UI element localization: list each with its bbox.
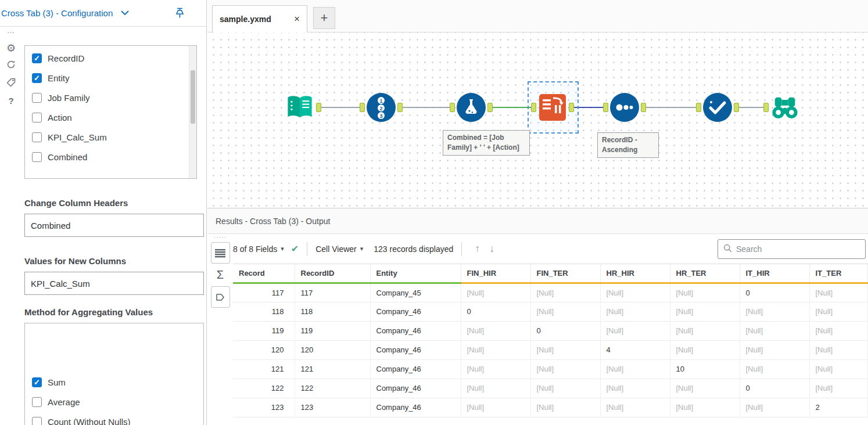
field-row[interactable]: RecordID (25, 48, 188, 68)
input-anchor[interactable] (696, 103, 701, 112)
output-anchor[interactable] (569, 103, 574, 112)
row-number-cell[interactable]: 122 (233, 379, 295, 398)
column-header[interactable]: Entity (370, 264, 461, 283)
data-cell[interactable]: 118 (295, 302, 370, 321)
chevron-down-icon[interactable]: ▾ (281, 245, 284, 253)
data-cell[interactable]: 0 (530, 321, 600, 340)
data-cell[interactable]: [Null] (461, 359, 530, 379)
data-cell[interactable]: Company_46 (370, 398, 461, 417)
data-cell[interactable]: [Null] (670, 340, 740, 359)
data-cell[interactable]: 117 (295, 283, 370, 302)
column-header[interactable]: HR_TER (670, 264, 740, 283)
fields-dropdown[interactable]: 8 of 8 Fields (233, 244, 277, 254)
checkbox[interactable] (32, 132, 42, 142)
column-header[interactable]: IT_TER (809, 264, 868, 283)
tag-icon[interactable] (6, 78, 16, 89)
checkbox[interactable] (32, 113, 42, 123)
data-cell[interactable]: 122 (295, 379, 370, 398)
column-header[interactable]: RecordID (295, 264, 370, 283)
data-cell[interactable]: [Null] (600, 398, 670, 417)
aggregation-row[interactable]: Count (Without Nulls) (25, 412, 203, 425)
field-row[interactable]: KPI_Calc_Sum (25, 127, 188, 147)
connection[interactable] (403, 107, 450, 108)
check-tool[interactable] (702, 92, 733, 123)
data-cell[interactable]: [Null] (461, 321, 530, 340)
data-cell[interactable]: [Null] (530, 283, 600, 302)
data-cell[interactable]: 123 (295, 398, 370, 417)
data-cell[interactable]: Company_46 (370, 302, 461, 321)
output-anchor[interactable] (316, 103, 321, 112)
data-cell[interactable]: [Null] (670, 379, 740, 398)
row-number-cell[interactable]: 120 (233, 340, 295, 359)
checkbox[interactable] (32, 152, 42, 162)
workflow-tab[interactable]: sample.yxmd × (212, 5, 307, 33)
values-for-new-columns-dropdown[interactable]: KPI_Calc_Sum (24, 272, 204, 295)
arrow-down-icon[interactable]: ↓ (489, 243, 494, 255)
input-anchor[interactable] (603, 103, 608, 112)
output-anchor[interactable] (734, 103, 739, 112)
scrollbar[interactable] (189, 46, 196, 178)
connection[interactable] (493, 107, 531, 108)
data-cell[interactable]: [Null] (461, 379, 530, 398)
data-cell[interactable]: [Null] (530, 379, 600, 398)
output-anchor[interactable] (487, 103, 493, 112)
data-cell[interactable]: [Null] (809, 302, 868, 321)
field-row[interactable]: Job Family (25, 88, 188, 107)
data-cell[interactable]: [Null] (461, 340, 530, 359)
column-header[interactable]: HR_HIR (600, 264, 670, 283)
data-cell[interactable]: 0 (461, 302, 530, 321)
data-cell[interactable]: 10 (670, 359, 740, 379)
pin-icon[interactable] (175, 8, 184, 19)
data-cell[interactable]: [Null] (600, 379, 670, 398)
data-cell[interactable]: [Null] (809, 283, 868, 302)
cell-viewer-toggle-button[interactable] (211, 286, 230, 308)
formula-annotation[interactable]: Combined = [Job Family] + ' ' + [Action] (443, 130, 530, 156)
field-row[interactable]: Action (25, 107, 188, 127)
metadata-toggle-icon[interactable]: Σ (217, 268, 224, 284)
checkbox[interactable] (32, 53, 42, 63)
data-cell[interactable]: 0 (740, 283, 809, 302)
data-cell[interactable]: 120 (295, 340, 370, 359)
scrollbar-thumb[interactable] (191, 70, 195, 124)
sort-annotation[interactable]: RecordID - Ascending (597, 132, 659, 158)
data-cell[interactable]: Company_46 (370, 321, 461, 340)
data-cell[interactable]: [Null] (740, 321, 809, 340)
search-input[interactable] (736, 244, 865, 254)
chevron-down-icon[interactable] (121, 10, 129, 16)
field-row[interactable]: Combined (25, 147, 188, 167)
data-cell[interactable]: Company_46 (370, 340, 461, 359)
data-cell[interactable]: 121 (295, 359, 370, 379)
row-number-cell[interactable]: 121 (233, 359, 295, 379)
input-anchor[interactable] (531, 103, 536, 112)
data-cell[interactable]: [Null] (740, 302, 809, 321)
checkbox[interactable] (32, 93, 42, 103)
data-cell[interactable]: Company_45 (370, 283, 461, 302)
data-cell[interactable]: [Null] (670, 321, 740, 340)
data-cell[interactable]: 2 (809, 398, 868, 417)
cross-tab-tool[interactable] (537, 92, 568, 123)
input-anchor[interactable] (360, 103, 365, 112)
data-cell[interactable]: Company_46 (370, 379, 461, 398)
data-cell[interactable]: [Null] (809, 379, 868, 398)
column-header[interactable]: FIN_TER (530, 264, 600, 283)
column-header[interactable]: Record (233, 264, 295, 283)
output-anchor[interactable] (397, 103, 403, 112)
data-cell[interactable]: [Null] (600, 302, 670, 321)
data-cell[interactable]: 4 (600, 340, 670, 359)
data-cell[interactable]: Company_46 (370, 359, 461, 379)
row-number-cell[interactable]: 119 (233, 321, 295, 340)
data-cell[interactable]: [Null] (530, 398, 600, 417)
close-tab-icon[interactable]: × (294, 13, 300, 25)
chevron-down-icon[interactable]: ▾ (360, 245, 364, 253)
aggregation-row[interactable]: Average (25, 392, 203, 412)
aggregation-row[interactable]: Sum (25, 372, 203, 392)
refresh-icon[interactable] (6, 60, 16, 71)
change-column-headers-dropdown[interactable]: Combined (24, 214, 204, 237)
data-cell[interactable]: [Null] (670, 302, 740, 321)
row-number-cell[interactable]: 118 (233, 302, 295, 321)
data-cell[interactable]: [Null] (600, 359, 670, 379)
checkbox[interactable] (32, 397, 42, 407)
data-cell[interactable]: [Null] (600, 283, 670, 302)
output-anchor[interactable] (641, 103, 646, 112)
data-cell[interactable]: [Null] (530, 302, 600, 321)
